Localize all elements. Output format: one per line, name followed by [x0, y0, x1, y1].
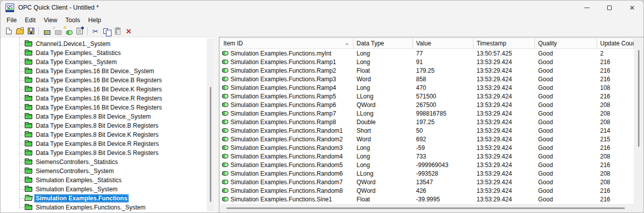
copy-button[interactable]: [101, 26, 112, 36]
open-folder-button[interactable]: [14, 26, 25, 36]
cell-text: 50: [416, 127, 423, 134]
cell-text: 179.25: [416, 67, 435, 74]
cell-item-id: Simulation Examples.Functions.Random6: [220, 170, 354, 177]
cell-quality: Good: [535, 187, 597, 194]
tree-item[interactable]: Data Type Examples.8 Bit Device.R Regist…: [1, 139, 215, 148]
table-row[interactable]: Simulation Examples.Functions.Ramp4Long4…: [220, 83, 634, 92]
tree-item[interactable]: Simulation Examples._Statistics: [1, 176, 215, 185]
tree-connector: [20, 44, 24, 44]
new-server-button[interactable]: [41, 26, 52, 36]
cell-update-count: 216: [597, 76, 634, 83]
table-row[interactable]: Simulation Examples.Functions.Ramp7LLong…: [220, 109, 634, 118]
cell-data-type: QWord: [354, 101, 413, 109]
tree-item[interactable]: Data Type Examples.16 Bit Device.R Regis…: [1, 94, 215, 103]
new-item-button[interactable]: [63, 26, 74, 36]
menu-view[interactable]: View: [40, 16, 62, 25]
menu-edit[interactable]: Edit: [21, 16, 40, 25]
tree-connector: [20, 171, 24, 172]
table-row[interactable]: Simulation Examples.Functions.Random4Lon…: [220, 152, 634, 161]
cell-text: 13:53:29.424: [477, 110, 512, 117]
minimize-button[interactable]: [575, 1, 598, 15]
tree-item[interactable]: Simulation Examples.Functions._System: [1, 203, 215, 212]
tree-item[interactable]: Channel1.Device1._System: [1, 39, 215, 48]
table-row[interactable]: Simulation Examples.Functions.Random1Sho…: [220, 126, 634, 135]
tree-item[interactable]: Data Type Examples._System: [1, 58, 215, 67]
save-button[interactable]: [25, 26, 36, 36]
column-header-update-count[interactable]: Update Count: [597, 38, 634, 48]
pane-splitter[interactable]: [215, 37, 219, 212]
menu-tools[interactable]: Tools: [62, 16, 84, 25]
table-row[interactable]: Simulation Examples.Functions.Ramp8Doubl…: [220, 118, 634, 126]
tree-item[interactable]: Data Type Examples.8 Bit Device.B Regist…: [1, 121, 215, 130]
table-row[interactable]: Simulation Examples.Functions.Random6LLo…: [220, 169, 634, 178]
tree-item[interactable]: Data Type Examples.16 Bit Device.S Regis…: [1, 103, 215, 112]
cell-data-type: Float: [354, 196, 413, 203]
tree-item[interactable]: Data Type Examples.8 Bit Device._System: [1, 112, 215, 121]
column-header-data-type[interactable]: Data Type: [354, 38, 413, 48]
table-horizontal-scrollbar[interactable]: [220, 204, 634, 212]
tree-item[interactable]: Data Type Examples.8 Bit Device.K Regist…: [1, 130, 215, 139]
table-row[interactable]: Simulation Examples.Functions.Random5Lon…: [220, 161, 634, 169]
cell-value: -993528: [413, 170, 474, 177]
table-hscrollbar-thumb[interactable]: [226, 207, 625, 209]
menu-help[interactable]: Help: [84, 16, 105, 25]
cell-text: LLong: [357, 93, 373, 100]
delete-button[interactable]: ✕: [123, 26, 134, 36]
cell-item-id: Simulation Examples.Functions.Ramp5: [220, 93, 354, 100]
column-header-quality[interactable]: Quality: [535, 38, 597, 48]
table-row[interactable]: Simulation Examples.Functions.Random3Lon…: [220, 143, 634, 152]
cell-timestamp: 13:53:29.424: [474, 84, 535, 91]
table-vertical-scrollbar[interactable]: [634, 38, 643, 204]
table-row[interactable]: Simulation Examples.Functions.Random8QWo…: [220, 186, 634, 195]
table-row[interactable]: Simulation Examples.Functions.Sine1Float…: [220, 195, 634, 203]
menu-file[interactable]: File: [3, 16, 21, 25]
table-row[interactable]: Simulation Examples.Functions.Ramp1Long9…: [220, 58, 634, 66]
table-row[interactable]: Simulation Examples.Functions.Random2Wor…: [220, 135, 634, 143]
table-row[interactable]: Simulation Examples.Functions.Random7QWo…: [220, 178, 634, 186]
table-row[interactable]: Simulation Examples.Functions.Ramp3Word8…: [220, 75, 634, 83]
tag-icon: [222, 188, 228, 193]
tag-icon: [222, 197, 228, 201]
item-table: Item IDData TypeValueTimestampQualityUpd…: [220, 38, 634, 204]
cell-update-count: 2: [597, 50, 634, 57]
tree-item[interactable]: Data Type Examples.8 Bit Device.S Regist…: [1, 148, 215, 157]
cell-item-id: Simulation Examples.Functions.Ramp2: [220, 67, 354, 74]
cell-text: 13:53:29.424: [477, 170, 512, 177]
tree-item-label: Simulation Examples._Statistics: [34, 176, 123, 184]
tree-item[interactable]: Simulation Examples._System: [1, 185, 215, 194]
tree-item[interactable]: Data Type Examples.16 Bit Device.K Regis…: [1, 85, 215, 94]
cell-item-id: Simulation Examples.Functions.Random3: [220, 144, 354, 151]
column-header-value[interactable]: Value: [413, 38, 474, 48]
tree-item[interactable]: SiemensControllers._Statistics: [1, 157, 215, 167]
folder-icon: [25, 69, 32, 74]
column-header-timestamp[interactable]: Timestamp: [474, 38, 535, 48]
new-file-button[interactable]: [3, 26, 14, 36]
tree-item[interactable]: Data Type Examples.16 Bit Device.B Regis…: [1, 76, 215, 85]
tree-item[interactable]: SiemensControllers._System: [1, 167, 215, 176]
tag-icon: [222, 154, 228, 158]
table-row[interactable]: Simulation Examples.Functions.Ramp6QWord…: [220, 100, 634, 109]
cell-text: Simulation Examples.Functions.Ramp7: [230, 110, 336, 117]
cell-text: Simulation Examples.Functions.Random4: [230, 153, 343, 160]
cell-text: 13:53:29.424: [477, 179, 512, 186]
close-button[interactable]: ✕: [621, 1, 643, 15]
properties-button[interactable]: [74, 26, 85, 36]
maximize-button[interactable]: [598, 1, 621, 15]
table-row[interactable]: Simulation Examples.Functions.myIntLong7…: [220, 49, 634, 58]
tree-item[interactable]: Data Type Examples._Statistics: [1, 48, 215, 58]
cell-text: LLong: [357, 170, 373, 177]
table-row[interactable]: Simulation Examples.Functions.Ramp2Float…: [220, 66, 634, 75]
table-row[interactable]: Simulation Examples.Functions.Ramp5LLong…: [220, 92, 634, 100]
cell-item-id: Simulation Examples.Functions.Ramp7: [220, 110, 354, 117]
cut-button[interactable]: ✂: [90, 26, 101, 36]
cell-value: 998816785: [413, 110, 474, 117]
cell-text: 208: [600, 153, 610, 160]
table-vscrollbar-thumb[interactable]: [638, 50, 639, 147]
cell-text: Simulation Examples.Functions.Random3: [230, 144, 343, 151]
tree-vertical-scrollbar[interactable]: [207, 38, 214, 211]
column-header-item-id[interactable]: Item ID: [220, 38, 354, 48]
tree-item[interactable]: Data Type Examples.16 Bit Device._System: [1, 67, 215, 76]
tree-item[interactable]: Simulation Examples.Functions: [1, 194, 215, 203]
tree-scrollbar-thumb[interactable]: [210, 87, 211, 202]
cell-text: 13:53:29.424: [477, 162, 512, 169]
